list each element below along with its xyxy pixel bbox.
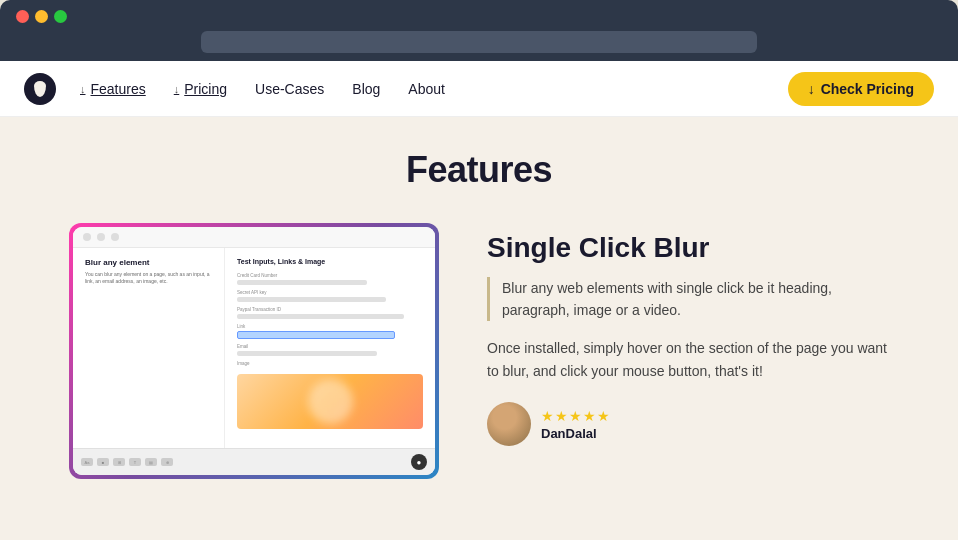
demo-field-link: Link [237, 324, 423, 339]
toolbar-btn-icon: ● [417, 458, 422, 467]
cta-arrow-icon: ↓ [808, 81, 815, 97]
nav-label-features: Features [91, 81, 146, 97]
nav-logo[interactable] [24, 73, 56, 105]
page-content: ↓ Features ↓ Pricing Use-Cases Blog [0, 61, 958, 540]
features-section: Features Blur any element You can blur a… [0, 117, 958, 540]
demo-bar-paypal [237, 314, 404, 319]
navbar: ↓ Features ↓ Pricing Use-Cases Blog [0, 61, 958, 117]
nav-item-pricing[interactable]: ↓ Pricing [174, 81, 227, 97]
nav-link-usecases[interactable]: Use-Cases [255, 81, 324, 97]
address-bar[interactable] [201, 31, 757, 53]
traffic-light-minimize[interactable] [35, 10, 48, 23]
toolbar-icon-1: Aa [81, 458, 93, 466]
section-title: Features [406, 149, 552, 191]
feature-title: Single Click Blur [487, 231, 889, 265]
demo-field-cc: Credit Card Number [237, 273, 423, 285]
demo-dot-2 [97, 233, 105, 241]
traffic-light-maximize[interactable] [54, 10, 67, 23]
demo-label-paypal: Paypal Transaction ID [237, 307, 423, 312]
feature-row: Blur any element You can blur any elemen… [69, 223, 889, 479]
demo-label-api: Secret API key [237, 290, 423, 295]
feature-text: Single Click Blur Blur any web elements … [487, 223, 889, 446]
demo-dot-3 [111, 233, 119, 241]
testimonial: ★★★★★ DanDalal [487, 402, 889, 446]
toolbar-icon-5: ▤ [145, 458, 157, 466]
nav-link-pricing[interactable]: ↓ Pricing [174, 81, 227, 97]
nav-label-pricing: Pricing [184, 81, 227, 97]
feature-desc-1: Blur any web elements with single click … [487, 277, 889, 322]
demo-left-panel: Blur any element You can blur any elemen… [73, 248, 225, 448]
logo-drop-icon [34, 81, 46, 97]
demo-inner: Blur any element You can blur any elemen… [73, 227, 435, 475]
demo-left-desc: You can blur any element on a page, such… [85, 271, 212, 285]
check-pricing-button[interactable]: ↓ Check Pricing [788, 72, 934, 106]
nav-item-about[interactable]: About [408, 81, 445, 97]
demo-label-link: Link [237, 324, 423, 329]
demo-label-email: Email [237, 344, 423, 349]
demo-image-placeholder [237, 374, 423, 429]
nav-label-usecases: Use-Cases [255, 81, 324, 97]
demo-field-api: Secret API key [237, 290, 423, 302]
nav-item-usecases[interactable]: Use-Cases [255, 81, 324, 97]
nav-item-blog[interactable]: Blog [352, 81, 380, 97]
demo-toolbar: Aa ■ ⊞ T ▤ ⊕ ● [73, 448, 435, 475]
nav-arrow-pricing: ↓ [174, 83, 180, 95]
nav-links: ↓ Features ↓ Pricing Use-Cases Blog [80, 81, 788, 97]
nav-link-features[interactable]: ↓ Features [80, 81, 146, 97]
nav-link-blog[interactable]: Blog [352, 81, 380, 97]
demo-content: Blur any element You can blur any elemen… [73, 248, 435, 448]
testimonial-stars: ★★★★★ [541, 408, 611, 424]
demo-card: Blur any element You can blur any elemen… [69, 223, 439, 479]
demo-header [73, 227, 435, 248]
nav-link-about[interactable]: About [408, 81, 445, 97]
demo-label-cc: Credit Card Number [237, 273, 423, 278]
toolbar-action-button[interactable]: ● [411, 454, 427, 470]
toolbar-icon-4: T [129, 458, 141, 466]
demo-right-panel: Test Inputs, Links & Image Credit Card N… [225, 248, 435, 448]
browser-chrome [0, 0, 958, 61]
demo-field-paypal: Paypal Transaction ID [237, 307, 423, 319]
avatar-face [487, 402, 531, 446]
toolbar-icon-2: ■ [97, 458, 109, 466]
blur-circle [308, 379, 353, 424]
demo-bar-email [237, 351, 376, 356]
demo-field-email: Email [237, 344, 423, 356]
nav-label-about: About [408, 81, 445, 97]
demo-left-title: Blur any element [85, 258, 212, 267]
toolbar-icon-3: ⊞ [113, 458, 125, 466]
feature-desc-2: Once installed, simply hover on the sect… [487, 337, 889, 382]
demo-image-label: Image [237, 361, 423, 366]
cta-label: Check Pricing [821, 81, 914, 97]
testimonial-avatar [487, 402, 531, 446]
traffic-lights [16, 10, 942, 23]
demo-dot-1 [83, 233, 91, 241]
toolbar-icon-6: ⊕ [161, 458, 173, 466]
testimonial-info: ★★★★★ DanDalal [541, 408, 611, 441]
nav-label-blog: Blog [352, 81, 380, 97]
demo-bar-cc [237, 280, 367, 285]
nav-item-features[interactable]: ↓ Features [80, 81, 146, 97]
testimonial-name: DanDalal [541, 426, 611, 441]
demo-bar-link [237, 331, 395, 339]
demo-bar-api [237, 297, 386, 302]
demo-right-title: Test Inputs, Links & Image [237, 258, 423, 265]
traffic-light-close[interactable] [16, 10, 29, 23]
nav-arrow-features: ↓ [80, 83, 86, 95]
